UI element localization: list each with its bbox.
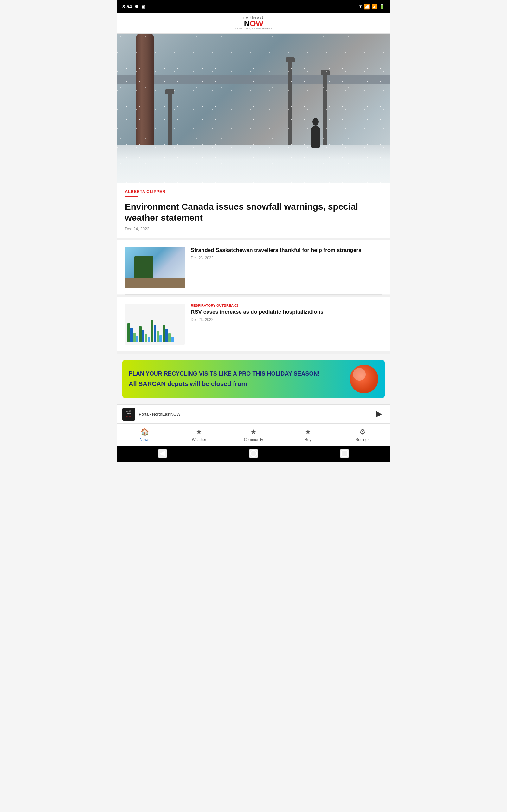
news-category-2: RESPIRATORY OUTBREAKS (191, 304, 382, 307)
news-text-1: Stranded Saskatchewan travellers thankfu… (191, 247, 382, 260)
star-icon-community: ★ (250, 428, 257, 436)
ad-text: PLAN YOUR RECYCLING VISITS LIKE A PRO TH… (129, 370, 343, 388)
nav-item-news[interactable]: 🏠 News (117, 424, 172, 446)
logo-accent: OW (250, 19, 263, 28)
play-icon (376, 411, 382, 417)
back-button[interactable] (158, 449, 167, 458)
time-display: 3:54 (122, 4, 132, 9)
article-date: Dec 24, 2022 (125, 226, 382, 231)
news-item-1[interactable]: Stranded Saskatchewan travellers thankfu… (117, 241, 390, 294)
star-icon-buy: ★ (305, 428, 311, 436)
recents-square-icon (341, 450, 348, 457)
app-logo: northeast NOW North East, Saskatchewan (235, 16, 272, 30)
recents-button[interactable] (340, 449, 349, 458)
audio-logo-line3: NOW (126, 415, 131, 418)
ad-subtext: All SARCAN depots will be closed from (129, 380, 343, 388)
news-headline-1: Stranded Saskatchewan travellers thankfu… (191, 247, 382, 254)
news-thumb-1 (125, 247, 185, 288)
nav-label-news: News (140, 438, 149, 442)
star-icon-weather: ★ (196, 428, 202, 436)
app-header: northeast NOW North East, Saskatchewan (117, 13, 390, 34)
logo-tagline: North East, Saskatchewan (235, 28, 272, 30)
news-text-2: RESPIRATORY OUTBREAKS RSV cases increase… (191, 304, 382, 322)
android-nav-bar (117, 446, 390, 461)
audio-play-button[interactable] (373, 409, 385, 420)
back-arrow-icon (160, 450, 165, 457)
ad-headline: PLAN YOUR RECYCLING VISITS LIKE A PRO TH… (129, 370, 343, 377)
snow-effect (117, 34, 390, 183)
wifi-icon-2: 📶 (364, 3, 370, 9)
audio-player-bar: north east NOW Portal- NorthEastNOW (117, 404, 390, 423)
gap-3 (117, 351, 390, 354)
nav-item-weather[interactable]: ★ Weather (172, 424, 226, 446)
article-category: ALBERTA CLIPPER (125, 189, 382, 194)
hero-article[interactable]: ALBERTA CLIPPER Environment Canada issue… (117, 183, 390, 238)
bottom-nav: 🏠 News ★ Weather ★ Community ★ Buy ⚙ Set… (117, 423, 390, 446)
circle-icon: ⏺ (134, 4, 139, 9)
news-thumb-2 (125, 304, 185, 345)
nav-label-weather: Weather (192, 438, 206, 442)
nav-item-community[interactable]: ★ Community (226, 424, 281, 446)
news-item-2[interactable]: RESPIRATORY OUTBREAKS RSV cases increase… (117, 297, 390, 351)
home-button[interactable] (249, 449, 258, 458)
gap-1 (117, 238, 390, 241)
audio-logo-line1: north (126, 410, 131, 413)
audio-title: Portal- NorthEastNOW (139, 412, 370, 416)
news-headline-2: RSV cases increase as do pediatric hospi… (191, 309, 382, 316)
gap-2 (117, 295, 390, 297)
audio-logo: north east NOW (122, 408, 135, 420)
home-circle-icon (250, 450, 257, 457)
logo-main-text: NOW (235, 19, 272, 28)
article-headline: Environment Canada issues snowfall warni… (125, 201, 382, 223)
news-date-2: Dec 23, 2022 (191, 317, 382, 322)
ad-image (350, 365, 378, 393)
nav-item-settings[interactable]: ⚙ Settings (335, 424, 390, 446)
nav-item-buy[interactable]: ★ Buy (281, 424, 335, 446)
nav-label-community: Community (244, 438, 263, 442)
nav-label-buy: Buy (305, 438, 312, 442)
wifi-icon: ▾ (359, 3, 362, 9)
ad-banner[interactable]: PLAN YOUR RECYCLING VISITS LIKE A PRO TH… (122, 360, 385, 398)
signal-icon: 📶 (372, 4, 377, 9)
home-icon: 🏠 (140, 428, 149, 436)
category-underline (125, 196, 137, 197)
status-bar: 3:54 ⏺ ▣ ▾ 📶 📶 🔋 (117, 0, 390, 13)
battery-icon: 🔋 (379, 4, 385, 9)
nav-label-settings: Settings (355, 438, 369, 442)
sim-icon: ▣ (141, 4, 145, 9)
status-icons: ▾ 📶 📶 🔋 (359, 3, 385, 9)
hero-image[interactable] (117, 34, 390, 183)
audio-logo-line2: east (126, 413, 131, 415)
gear-icon: ⚙ (359, 428, 366, 436)
news-date-1: Dec 23, 2022 (191, 256, 382, 260)
